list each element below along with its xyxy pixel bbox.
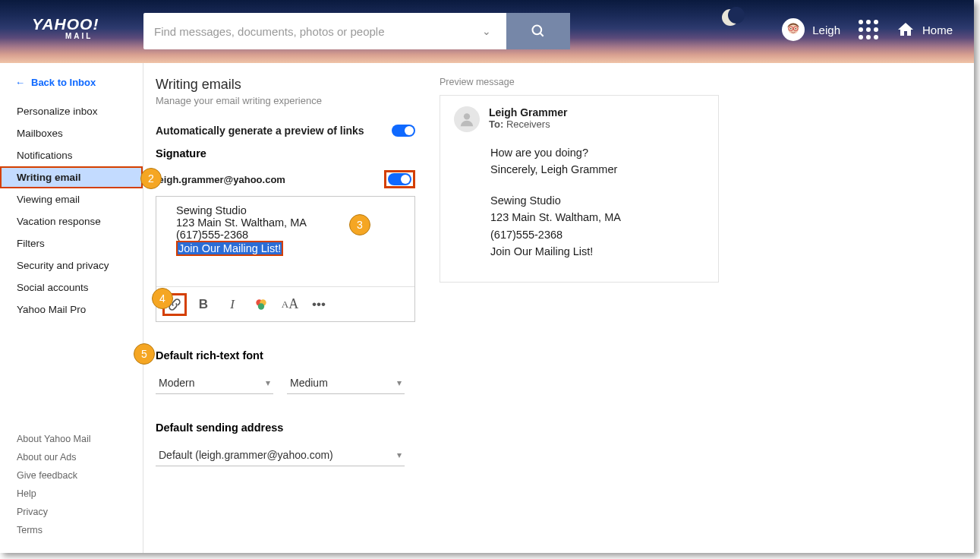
default-address-select[interactable]: Default (leigh.grammer@yahoo.com) ▾ [156, 444, 405, 466]
preview-sig: 123 Main St. Waltham, MA [490, 209, 704, 226]
home-link[interactable]: Home [896, 21, 953, 39]
font-family-select[interactable]: Modern ▾ [156, 372, 273, 394]
signature-toolbar: B I AA ••• [156, 286, 414, 321]
signature-email: leigh.grammer@yahoo.com [156, 174, 285, 185]
font-button[interactable]: AA [278, 293, 302, 316]
svg-point-11 [464, 113, 470, 119]
preview-from: Leigh Grammer [489, 106, 567, 118]
signature-textarea[interactable]: Sewing Studio 123 Main St. Waltham, MA (… [156, 197, 414, 286]
signature-editor: Sewing Studio 123 Main St. Waltham, MA (… [156, 196, 415, 322]
settings-sidebar: ← Back to Inbox Personalize inboxMailbox… [0, 63, 143, 553]
sidebar-item-personalize-inbox[interactable]: Personalize inbox [0, 100, 143, 122]
search-box[interactable]: ⌄ [143, 13, 506, 49]
preview-sig: Sewing Studio [490, 192, 704, 209]
callout-4: 4 [152, 288, 173, 309]
color-icon [254, 297, 269, 312]
address-section-heading: Default sending address [156, 422, 415, 434]
svg-point-7 [796, 28, 797, 30]
preview-panel: Preview message Leigh Grammer To: Receiv… [423, 63, 974, 553]
home-icon [896, 21, 915, 39]
preview-to: To: Receivers [489, 118, 567, 130]
preview-line: Sincerely, Leigh Grammer [490, 161, 704, 178]
footer-link[interactable]: Give feedback [17, 466, 91, 485]
color-button[interactable] [249, 293, 273, 316]
user-name: Leigh [812, 24, 840, 36]
font-family-value: Modern [159, 377, 194, 389]
font-size-value: Medium [290, 377, 328, 389]
settings-panel: Writing emails Manage your email writing… [143, 63, 423, 553]
footer-link[interactable]: Privacy [17, 503, 91, 521]
preview-message: Leigh Grammer To: Receivers How are you … [440, 95, 719, 283]
preview-sig: (617)555-2368 [490, 226, 704, 243]
footer-link[interactable]: About Yahoo Mail [17, 430, 91, 448]
moon-decoration [722, 9, 739, 26]
app-header: YAHOO! MAIL ⌄ Leigh Ho [0, 0, 974, 63]
chevron-down-icon: ▾ [397, 450, 402, 460]
footer-link[interactable]: Terms [17, 521, 91, 539]
search-input[interactable] [154, 25, 477, 38]
preview-avatar [454, 106, 480, 132]
avatar [782, 18, 805, 41]
sidebar-item-social-accounts[interactable]: Social accounts [0, 276, 143, 298]
logo-text: YAHOO! [32, 15, 99, 33]
sidebar-item-viewing-email[interactable]: Viewing email [0, 188, 143, 210]
sidebar-item-writing-email[interactable]: Writing email [0, 166, 143, 188]
svg-line-1 [540, 33, 544, 36]
callout-2: 2 [140, 168, 162, 189]
account-menu[interactable]: Leigh [782, 18, 840, 41]
footer-link[interactable]: About our Ads [17, 448, 91, 466]
signature-toggle[interactable] [388, 173, 411, 185]
home-label: Home [922, 24, 953, 36]
footer-link[interactable]: Help [17, 485, 91, 503]
sidebar-item-yahoo-mail-pro[interactable]: Yahoo Mail Pro [0, 298, 143, 321]
page-title: Writing emails [156, 77, 415, 93]
back-to-inbox-link[interactable]: ← Back to Inbox [0, 71, 143, 100]
preview-line: How are you doing? [490, 144, 704, 161]
italic-button[interactable]: I [220, 293, 244, 316]
default-address-value: Default (leigh.grammer@yahoo.com) [159, 449, 333, 461]
apps-grid-icon[interactable] [859, 20, 878, 39]
preview-sig: Join Our Mailing List! [490, 243, 704, 260]
bold-button[interactable]: B [191, 293, 216, 316]
search-button[interactable] [506, 13, 570, 49]
svg-point-10 [258, 303, 264, 309]
more-button[interactable]: ••• [307, 293, 331, 316]
callout-5: 5 [134, 343, 155, 365]
auto-preview-label: Automatically generate a preview of link… [156, 125, 364, 137]
chevron-down-icon: ▾ [266, 377, 270, 388]
search-dropdown-icon[interactable]: ⌄ [477, 25, 496, 37]
arrow-left-icon: ← [15, 77, 25, 88]
sidebar-item-mailboxes[interactable]: Mailboxes [0, 122, 143, 144]
svg-point-0 [533, 26, 542, 35]
search-icon [531, 24, 546, 39]
chevron-down-icon: ▾ [397, 377, 402, 388]
font-size-select[interactable]: Medium ▾ [287, 372, 405, 394]
font-section-heading: Default rich-text font [156, 349, 415, 362]
yahoo-logo[interactable]: YAHOO! MAIL [32, 15, 99, 40]
svg-point-6 [790, 28, 792, 30]
search-bar: ⌄ [143, 13, 570, 49]
page-subtitle: Manage your email writing experience [156, 95, 415, 106]
footer-links: About Yahoo MailAbout our AdsGive feedba… [17, 430, 91, 539]
callout-3: 3 [349, 214, 370, 235]
sidebar-item-vacation-response[interactable]: Vacation response [0, 210, 143, 232]
sidebar-item-notifications[interactable]: Notifications [0, 144, 143, 166]
preview-heading: Preview message [440, 77, 960, 87]
sidebar-item-security-and-privacy[interactable]: Security and privacy [0, 254, 143, 276]
sig-line4-selected: Join Our Mailing List! [176, 241, 283, 256]
auto-preview-toggle[interactable] [392, 125, 415, 137]
back-label: Back to Inbox [31, 77, 96, 88]
sidebar-item-filters[interactable]: Filters [0, 232, 143, 254]
signature-heading: Signature [156, 147, 415, 159]
